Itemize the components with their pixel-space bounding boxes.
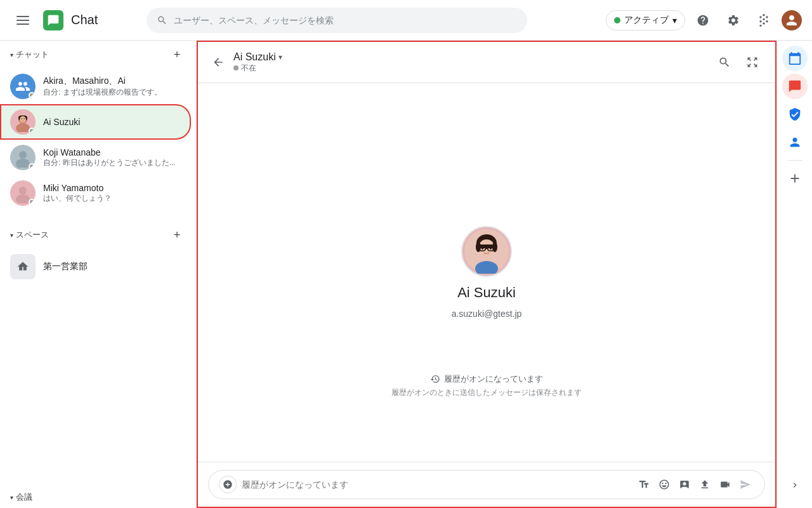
history-notice: 履歴がオンになっています 履歴がオンのときに送信したメッセージは保存されます xyxy=(391,373,582,398)
add-chat-button[interactable]: + xyxy=(168,46,186,64)
ai-chat-info: Ai Suzuki xyxy=(43,117,181,127)
help-icon xyxy=(697,14,709,27)
user-avatar[interactable] xyxy=(782,10,802,30)
right-panel-contacts[interactable] xyxy=(782,130,808,155)
group-chat-info: Akira、Masahiro、Ai 自分: まずは現場視察の報告です。 xyxy=(43,76,181,98)
app-title-label: Chat xyxy=(71,13,98,27)
space-building-icon xyxy=(16,260,29,273)
send-button[interactable] xyxy=(737,476,754,493)
expand-button[interactable] xyxy=(740,50,765,75)
history-notice-row: 履歴がオンになっています xyxy=(430,373,543,385)
search-input[interactable] xyxy=(174,15,517,25)
tasks-icon xyxy=(788,107,802,121)
search-bar[interactable] xyxy=(147,8,527,33)
right-panel-chat[interactable] xyxy=(782,74,808,99)
chat-main: Ai Suzuki ▾ 不在 xyxy=(197,41,776,508)
right-panel-tasks[interactable] xyxy=(782,102,808,127)
svg-point-23 xyxy=(490,248,492,250)
chat-item-koji[interactable]: Koji Watanabe 自分: 昨日はありがとうございました... xyxy=(0,140,191,175)
back-button[interactable] xyxy=(208,52,228,72)
right-panel-expand[interactable] xyxy=(782,472,808,498)
svg-point-8 xyxy=(19,151,27,159)
hamburger-button[interactable] xyxy=(10,8,36,33)
settings-button[interactable] xyxy=(721,8,746,33)
right-panel-divider xyxy=(787,160,802,161)
contact-status-circle xyxy=(233,65,239,70)
add-content-button[interactable] xyxy=(219,476,237,493)
upload-icon xyxy=(699,479,710,490)
history-clock-icon xyxy=(430,374,440,384)
spaces-section-title: ▾ スペース xyxy=(10,229,49,241)
chat-contact-name: Ai Suzuki ▾ xyxy=(233,51,707,63)
chat-contact-status: 不在 xyxy=(233,63,707,74)
history-notice-sub: 履歴がオンのときに送信したメッセージは保存されます xyxy=(391,387,582,398)
contacts-icon xyxy=(788,135,802,149)
chat-logo-icon xyxy=(47,14,60,27)
spaces-section-header[interactable]: ▾ スペース + xyxy=(0,221,196,249)
profile-avatar xyxy=(461,226,512,277)
chat-section-chevron-icon: ▾ xyxy=(10,51,13,58)
hamburger-icon xyxy=(16,16,29,25)
back-icon xyxy=(212,56,225,69)
right-panel-calendar[interactable] xyxy=(782,46,808,71)
miki-status-indicator xyxy=(29,199,35,205)
search-icon xyxy=(157,15,167,26)
add-icon xyxy=(788,171,802,185)
group-icon xyxy=(15,79,30,94)
chat-section-header[interactable]: ▾ チャット + xyxy=(0,41,196,69)
mention-icon xyxy=(679,479,690,490)
search-chat-button[interactable] xyxy=(712,50,737,75)
contact-dropdown-icon: ▾ xyxy=(278,53,282,62)
right-panel xyxy=(776,41,812,508)
video-button[interactable] xyxy=(716,476,734,493)
status-dot xyxy=(614,17,620,23)
group-avatar xyxy=(10,74,36,99)
svg-point-5 xyxy=(21,118,22,119)
expand-icon xyxy=(746,56,759,69)
profile-name: Ai Suzuki xyxy=(457,284,516,301)
meeting-section-header[interactable]: ▾ 会議 xyxy=(0,481,196,508)
apps-icon xyxy=(757,14,770,27)
help-button[interactable] xyxy=(690,8,716,33)
user-avatar-icon xyxy=(784,13,799,28)
format-text-icon xyxy=(638,479,650,490)
calendar-icon xyxy=(788,51,802,65)
space-item-eigyobu[interactable]: 第一営業部 xyxy=(0,249,191,284)
chat-input-wrapper xyxy=(208,470,765,499)
emoji-button[interactable] xyxy=(655,476,673,493)
settings-icon xyxy=(727,14,740,27)
ai-suzuki-avatar xyxy=(10,109,36,135)
space-info: 第一営業部 xyxy=(43,261,181,272)
add-content-icon xyxy=(223,479,233,490)
status-chevron-icon: ▾ xyxy=(672,15,677,25)
status-button[interactable]: アクティブ ▾ xyxy=(606,10,685,30)
send-icon xyxy=(740,479,751,490)
mention-button[interactable] xyxy=(676,476,693,493)
chat-item-miki[interactable]: Miki Yamamoto はい、何でしょう？ xyxy=(0,175,191,211)
koji-status-indicator xyxy=(29,163,35,170)
meeting-section-title: ▾ 会議 xyxy=(10,491,32,503)
ai-status-indicator xyxy=(29,128,35,134)
apps-button[interactable] xyxy=(751,8,776,33)
message-input[interactable] xyxy=(242,479,630,490)
chat-header-actions xyxy=(712,50,765,75)
chat-item-ai-suzuki[interactable]: Ai Suzuki xyxy=(0,104,191,140)
miki-chat-info: Miki Yamamoto はい、何でしょう？ xyxy=(43,183,181,204)
spaces-chevron-icon: ▾ xyxy=(10,232,13,239)
svg-point-1 xyxy=(16,123,30,132)
top-bar: Chat アクティブ ▾ xyxy=(0,0,812,41)
chat-bubble-icon xyxy=(788,79,802,93)
main-layout: ▾ チャット + Akira、Masahiro、Ai 自分: まずは現場視察の報… xyxy=(0,41,812,508)
chat-section-title: ▾ チャット xyxy=(10,49,49,60)
chat-input-area xyxy=(198,462,775,507)
add-space-button[interactable]: + xyxy=(168,226,186,244)
right-panel-add[interactable] xyxy=(782,166,808,191)
miki-avatar xyxy=(10,180,36,206)
format-text-button[interactable] xyxy=(635,476,653,493)
group-status-indicator xyxy=(29,92,35,98)
upload-button[interactable] xyxy=(696,476,714,493)
contact-profile: Ai Suzuki a.suzuki@gtest.jp xyxy=(452,226,522,319)
right-chevron-icon xyxy=(790,480,800,490)
meeting-chevron-icon: ▾ xyxy=(10,494,13,501)
chat-item-group[interactable]: Akira、Masahiro、Ai 自分: まずは現場視察の報告です。 xyxy=(0,69,191,104)
